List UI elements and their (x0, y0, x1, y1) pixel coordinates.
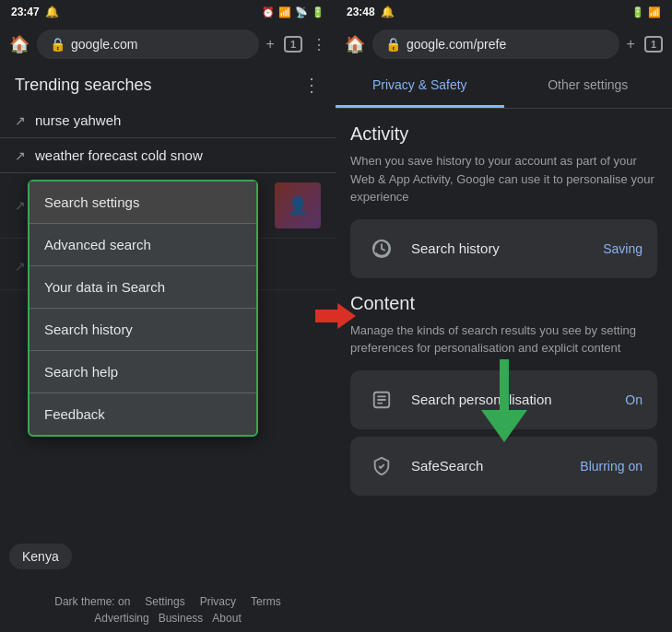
right-time: 23:48 (347, 6, 375, 18)
safesearch-item[interactable]: SafeSearch Blurring on (350, 437, 657, 496)
left-time: 23:47 (11, 6, 40, 18)
right-browser-bar: 🏠 🔒 google.com/prefe + 1 (336, 24, 672, 64)
trend-arrow-icon: ↗ (15, 148, 26, 163)
browser-actions: + 1 ⋮ (266, 36, 326, 53)
about-link[interactable]: About (212, 612, 241, 625)
context-menu-advanced-search[interactable]: Advanced search (29, 224, 256, 266)
advanced-search-label: Advanced search (44, 237, 151, 252)
search-history-icon (365, 232, 398, 265)
right-url-bar[interactable]: 🔒 google.com/prefe (372, 29, 619, 59)
search-personalisation-item[interactable]: Search personalisation On (350, 370, 657, 429)
right-home-button[interactable]: 🏠 (345, 34, 365, 54)
left-panel: 23:47 🔔 ⏰ 📶 📡 🔋 🏠 🔒 google.com + 1 ⋮ Tre… (0, 0, 336, 632)
personalisation-label: Search personalisation (411, 392, 612, 407)
content-section: Content Manage the kinds of search resul… (350, 293, 657, 496)
status-icons-area: ⏰ 📶 📡 🔋 (262, 6, 324, 18)
context-menu-search-help[interactable]: Search help (29, 351, 256, 393)
trend-arrow-icon: ↗ (15, 198, 26, 213)
location-label: Kenya (22, 549, 59, 564)
wifi-icon: 📶 (278, 6, 291, 18)
search-history-item[interactable]: Search history Saving (350, 219, 657, 278)
activity-section: Activity When you save history to your a… (350, 123, 657, 278)
dark-theme-link[interactable]: Dark theme: on (54, 595, 130, 608)
context-menu-feedback[interactable]: Feedback (29, 393, 256, 435)
left-bell-icon: 🔔 (45, 6, 59, 18)
left-url-text: google.com (71, 37, 137, 52)
right-battery-icon: 🔋 (631, 6, 644, 18)
search-help-label: Search help (44, 364, 118, 380)
personalisation-icon (365, 383, 398, 416)
right-url-text: google.com/prefe (407, 37, 506, 52)
add-tab-button[interactable]: + (266, 36, 275, 53)
location-chip[interactable]: Kenya (9, 544, 72, 569)
right-status-bar: 23:48 🔔 🔋 📶 (336, 0, 672, 24)
left-browser-bar: 🏠 🔒 google.com + 1 ⋮ (0, 24, 336, 64)
search-history-label: Search history (411, 240, 590, 256)
right-add-tab-button[interactable]: + (627, 36, 635, 53)
right-bell-icon: 🔔 (381, 6, 395, 18)
tab-other-settings-label: Other settings (548, 77, 628, 92)
content-title: Content (350, 293, 657, 314)
tab-other-settings[interactable]: Other settings (504, 64, 673, 108)
alarm-icon: ⏰ (262, 6, 275, 18)
safesearch-icon (365, 450, 398, 483)
secure-icon: 🔒 (50, 37, 65, 52)
context-menu-your-data[interactable]: Your data in Search (29, 266, 256, 309)
list-item[interactable]: ↗ weather forecast cold snow (0, 138, 336, 173)
search-history-label: Search history (44, 322, 133, 337)
context-menu: Search settings Advanced search Your dat… (28, 180, 258, 437)
right-tab-count[interactable]: 1 (644, 36, 663, 53)
your-data-label: Your data in Search (44, 279, 165, 295)
dark-theme-row: Dark theme: on Settings Privacy Terms (15, 595, 321, 608)
left-url-bar[interactable]: 🔒 google.com (37, 29, 259, 59)
safesearch-value: Blurring on (580, 459, 643, 474)
search-item-text: nurse yahweh (35, 112, 321, 128)
right-panel: 23:48 🔔 🔋 📶 🏠 🔒 google.com/prefe + 1 Pri… (336, 0, 672, 632)
safesearch-label: SafeSearch (411, 458, 567, 474)
trend-arrow-icon: ↗ (15, 259, 26, 274)
activity-desc: When you save history to your account as… (350, 152, 657, 206)
trending-menu-button[interactable]: ⋮ (302, 74, 321, 96)
search-item-thumb: 👤 (275, 182, 321, 228)
search-history-value: Saving (603, 241, 643, 256)
list-item[interactable]: ↗ nurse yahweh (0, 103, 336, 138)
menu-button[interactable]: ⋮ (312, 36, 326, 53)
personalisation-value: On (625, 392, 643, 407)
bottom-links-row: Advertising Business About (15, 612, 321, 625)
business-link[interactable]: Business (159, 612, 204, 625)
tab-privacy-safety[interactable]: Privacy & Safety (336, 64, 504, 108)
right-browser-actions: + 1 (627, 36, 663, 53)
privacy-link[interactable]: Privacy (200, 595, 236, 608)
settings-tabs: Privacy & Safety Other settings (336, 64, 672, 109)
content-desc: Manage the kinds of search results you s… (350, 322, 657, 357)
advertising-link[interactable]: Advertising (94, 612, 148, 625)
activity-title: Activity (350, 123, 657, 145)
settings-link[interactable]: Settings (145, 595, 184, 608)
trend-arrow-icon: ↗ (15, 113, 26, 128)
left-bottom-bar: Dark theme: on Settings Privacy Terms Ad… (0, 588, 336, 632)
terms-link[interactable]: Terms (251, 595, 281, 608)
right-secure-icon: 🔒 (385, 37, 401, 52)
context-menu-search-settings[interactable]: Search settings (29, 181, 256, 224)
context-menu-search-history[interactable]: Search history (29, 309, 256, 351)
signal-icon: 📡 (295, 6, 308, 18)
battery-icon: 🔋 (312, 6, 324, 18)
feedback-label: Feedback (44, 406, 105, 422)
trending-header: Trending searches ⋮ (0, 64, 336, 103)
right-signal-icon: 📶 (648, 6, 661, 18)
status-time-area: 23:47 🔔 (11, 6, 59, 18)
left-status-bar: 23:47 🔔 ⏰ 📶 📡 🔋 (0, 0, 336, 24)
search-settings-label: Search settings (44, 194, 139, 210)
home-button[interactable]: 🏠 (9, 34, 29, 54)
settings-content: Activity When you save history to your a… (336, 109, 672, 632)
tab-count[interactable]: 1 (284, 36, 302, 53)
search-item-text: weather forecast cold snow (35, 147, 321, 163)
tab-privacy-safety-label: Privacy & Safety (372, 77, 467, 92)
trending-title: Trending searches (15, 76, 151, 95)
